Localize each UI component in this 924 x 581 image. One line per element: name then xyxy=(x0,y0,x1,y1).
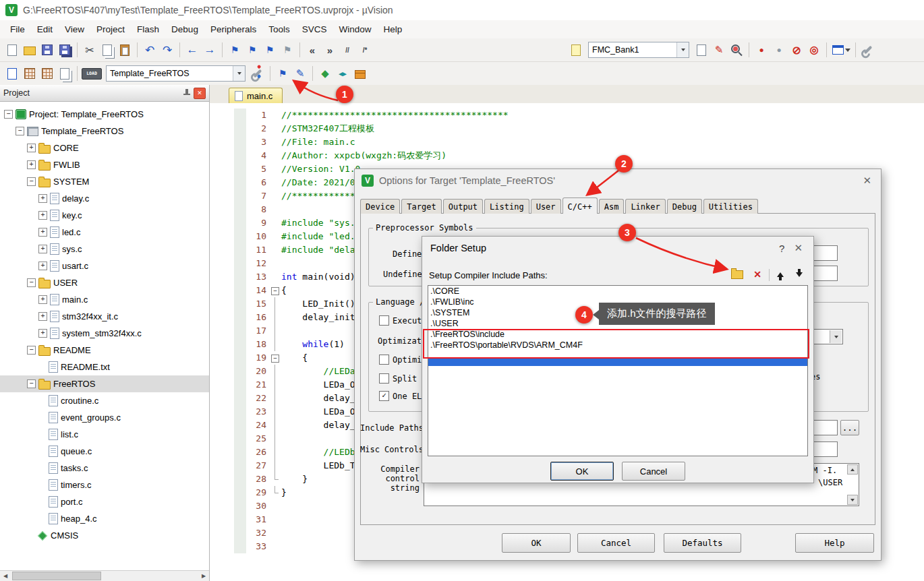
redo-icon[interactable]: ↷ xyxy=(159,42,175,58)
teal-arrows-icon[interactable]: ◂▸ xyxy=(335,65,351,82)
tree-item-led-c[interactable]: +led.c xyxy=(0,224,209,241)
uncomment-icon[interactable]: /* xyxy=(357,42,373,58)
copy-icon[interactable] xyxy=(99,42,115,58)
expand-plus-icon[interactable]: + xyxy=(38,245,47,253)
tree-item-timers-c[interactable]: timers.c xyxy=(0,477,209,493)
nav-back-icon[interactable]: ← xyxy=(184,42,200,58)
compiler-scroll-up-icon[interactable] xyxy=(847,464,858,475)
tree-item-cmsis[interactable]: CMSIS xyxy=(0,527,209,544)
project-panel-scrollbar[interactable]: ◀ ▶ xyxy=(0,570,209,581)
notepad-icon[interactable] xyxy=(568,42,584,58)
bookmark-next-icon[interactable]: ⚑ xyxy=(262,42,278,58)
options-cancel-button[interactable]: Cancel xyxy=(577,533,655,553)
tab-main-c[interactable]: main.c xyxy=(229,88,283,103)
folder-ok-button[interactable]: OK xyxy=(550,462,614,481)
bookmark-clear-icon[interactable]: ⚑ xyxy=(279,42,295,58)
one-elf-checkbox[interactable]: ✓ xyxy=(379,391,389,401)
delete-path-icon[interactable]: ✕ xyxy=(750,268,765,281)
expand-plus-icon[interactable]: + xyxy=(38,295,47,304)
expand-minus-icon[interactable]: − xyxy=(27,346,36,355)
menu-item-window[interactable]: Window xyxy=(333,20,377,38)
scroll-left-icon[interactable]: ◀ xyxy=(0,571,11,581)
expand-plus-icon[interactable]: + xyxy=(27,160,36,169)
new-file-icon[interactable] xyxy=(4,42,20,58)
scrollbar-thumb[interactable] xyxy=(12,572,101,580)
optimize-time-checkbox[interactable] xyxy=(379,355,389,365)
expand-minus-icon[interactable]: − xyxy=(16,127,24,135)
expand-minus-icon[interactable]: − xyxy=(27,379,36,388)
breakpoint-disable-icon[interactable]: ⊘ xyxy=(788,42,805,58)
tree-item-usart-c[interactable]: +usart.c xyxy=(0,257,209,274)
menu-item-tools[interactable]: Tools xyxy=(262,20,296,38)
menu-item-peripherals[interactable]: Peripherals xyxy=(204,20,262,38)
fold-collapse-icon[interactable]: − xyxy=(271,287,279,295)
indent-icon[interactable]: » xyxy=(322,42,338,58)
cut-icon[interactable]: ✂ xyxy=(82,42,98,58)
options-tab-listing[interactable]: Listing xyxy=(484,199,529,214)
menu-item-flash[interactable]: Flash xyxy=(131,20,165,38)
menu-item-file[interactable]: File xyxy=(4,20,31,38)
expand-plus-icon[interactable]: + xyxy=(38,312,47,321)
options-tab-target[interactable]: Target xyxy=(401,199,441,214)
include-path-item[interactable]: .\CORE xyxy=(428,286,807,297)
options-help-button[interactable]: Help xyxy=(795,533,874,553)
tree-item-event-groups-c[interactable]: event_groups.c xyxy=(0,409,209,426)
options-tab-utilities[interactable]: Utilities xyxy=(703,199,758,214)
rte-diamond-icon[interactable]: ◆ xyxy=(317,65,333,82)
tree-item-template-freertos[interactable]: −Template_FreeRTOS xyxy=(0,123,209,140)
tree-item-key-c[interactable]: +key.c xyxy=(0,207,209,224)
options-tab-output[interactable]: Output xyxy=(443,199,483,214)
options-tab-cc[interactable]: C/C++ xyxy=(562,197,598,214)
unindent-icon[interactable]: « xyxy=(304,42,320,58)
scroll-right-icon[interactable]: ▶ xyxy=(198,571,209,581)
rebuild-icon[interactable] xyxy=(39,65,55,82)
expand-plus-icon[interactable]: + xyxy=(38,262,47,270)
tree-item-readme[interactable]: −README xyxy=(0,342,209,359)
menu-item-edit[interactable]: Edit xyxy=(31,20,59,38)
tree-item-project-template-freertos[interactable]: −Project: Template_FreeRTOS xyxy=(0,106,209,123)
execute-only-checkbox[interactable] xyxy=(379,315,389,326)
expand-plus-icon[interactable]: + xyxy=(38,329,47,338)
options-ok-button[interactable]: OK xyxy=(502,533,571,553)
menu-item-project[interactable]: Project xyxy=(90,20,131,38)
tree-item-system[interactable]: −SYSTEM xyxy=(0,173,209,190)
comment-icon[interactable]: // xyxy=(339,42,355,58)
options-defaults-button[interactable]: Defaults xyxy=(664,533,741,553)
annotate-icon[interactable]: ✎ xyxy=(711,42,727,58)
bookmark-prev-icon[interactable]: ⚑ xyxy=(244,42,260,58)
breakpoint-red-icon[interactable]: ● xyxy=(753,42,770,58)
batch-build-icon[interactable] xyxy=(57,65,73,82)
find-in-files-icon[interactable] xyxy=(728,42,745,58)
expand-minus-icon[interactable]: − xyxy=(4,110,13,119)
move-up-icon[interactable] xyxy=(773,268,788,281)
options-dialog-titlebar[interactable]: V Options for Target 'Template_FreeRTOS'… xyxy=(355,169,881,191)
memory-range-select[interactable]: FMC_Bank1 xyxy=(588,42,689,58)
edit-config-icon[interactable]: ✎ xyxy=(292,65,308,82)
tree-item-list-c[interactable]: list.c xyxy=(0,426,209,443)
expand-minus-icon[interactable]: − xyxy=(27,177,36,186)
tree-item-user[interactable]: −USER xyxy=(0,274,209,291)
fold-collapse-icon[interactable]: − xyxy=(271,355,279,363)
menu-item-debug[interactable]: Debug xyxy=(165,20,204,38)
configure-wrench-icon[interactable] xyxy=(860,42,876,58)
options-tab-debug[interactable]: Debug xyxy=(667,199,702,214)
tree-item-readme-txt[interactable]: README.txt xyxy=(0,359,209,375)
target-select-dropdown-icon[interactable] xyxy=(233,66,245,81)
breakpoint-gray-icon[interactable]: ● xyxy=(771,42,787,58)
nav-forward-icon[interactable]: → xyxy=(202,42,218,58)
pack-installer-icon[interactable] xyxy=(352,65,368,82)
fold-margin[interactable]: − xyxy=(270,284,280,297)
build-icon[interactable] xyxy=(22,65,38,82)
tree-item-fwlib[interactable]: +FWLIB xyxy=(0,156,209,173)
expand-plus-icon[interactable]: + xyxy=(27,144,36,152)
options-tab-asm[interactable]: Asm xyxy=(599,199,625,214)
options-tab-user[interactable]: User xyxy=(531,199,561,214)
flash-download-button[interactable]: LOAD xyxy=(82,68,102,80)
move-down-icon[interactable] xyxy=(792,268,807,281)
tree-item-sys-c[interactable]: +sys.c xyxy=(0,241,209,257)
menu-item-help[interactable]: Help xyxy=(378,20,409,38)
flag-blue-icon[interactable]: ⚑ xyxy=(275,65,291,82)
options-close-icon[interactable]: ✕ xyxy=(860,175,874,187)
folder-close-icon[interactable]: ✕ xyxy=(791,242,805,254)
options-tab-linker[interactable]: Linker xyxy=(625,199,665,214)
